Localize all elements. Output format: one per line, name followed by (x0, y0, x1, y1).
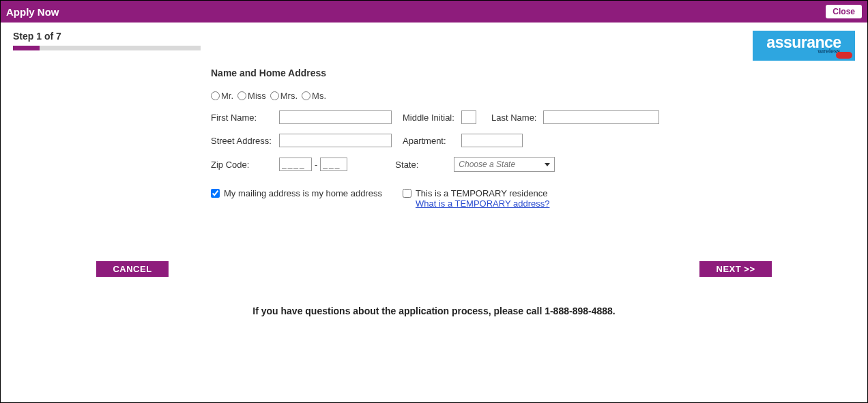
cancel-button[interactable]: CANCEL (96, 261, 169, 277)
progress-bar (13, 46, 201, 50)
titlebar: Apply Now Close (1, 1, 867, 23)
state-label: State: (395, 160, 454, 170)
radio-ms-input[interactable] (302, 91, 310, 100)
salutation-row: Mr. Miss Mrs. Ms. (211, 91, 689, 101)
radio-mr-input[interactable] (211, 91, 220, 100)
radio-mr-label: Mr. (221, 91, 233, 101)
street-label: Street Address: (211, 136, 279, 146)
zip-input-1[interactable] (279, 158, 312, 171)
close-button[interactable]: Close (826, 5, 862, 18)
step-area: Step 1 of 7 assurance wireless (13, 31, 855, 61)
section-title: Name and Home Address (211, 68, 689, 78)
zip-row: Zip Code: - State: Choose a State (211, 157, 689, 172)
radio-mrs-input[interactable] (270, 91, 279, 100)
modal-title: Apply Now (6, 6, 59, 18)
virgin-badge-icon (836, 52, 852, 59)
mailing-same-input[interactable] (211, 189, 220, 198)
checkbox-row: My mailing address is my home address Th… (211, 188, 689, 209)
mailing-same-label: My mailing address is my home address (224, 188, 382, 198)
chevron-down-icon (545, 163, 550, 166)
temporary-stack: This is a TEMPORARY residence What is a … (416, 188, 550, 209)
radio-mrs-label: Mrs. (280, 91, 298, 101)
mailing-same-checkbox[interactable]: My mailing address is my home address (211, 188, 382, 209)
middle-initial-input[interactable] (461, 110, 476, 124)
address-row: Street Address: Apartment: (211, 134, 689, 147)
zip-input-2[interactable] (320, 158, 347, 171)
apply-modal: Apply Now Close Step 1 of 7 assurance wi… (0, 0, 868, 403)
brand-logo: assurance wireless (753, 31, 855, 61)
help-text: If you have questions about the applicat… (1, 305, 867, 316)
temporary-checkbox-group: This is a TEMPORARY residence What is a … (403, 188, 550, 209)
street-input[interactable] (279, 134, 392, 147)
step-indicator: Step 1 of 7 (13, 31, 201, 50)
first-name-label: First Name: (211, 113, 279, 123)
radio-miss-input[interactable] (237, 91, 246, 100)
next-button[interactable]: NEXT >> (699, 261, 772, 277)
temporary-help-link[interactable]: What is a TEMPORARY address? (416, 198, 550, 209)
last-name-input[interactable] (543, 110, 659, 124)
step-label: Step 1 of 7 (13, 31, 201, 42)
radio-ms-label: Ms. (312, 91, 326, 101)
apartment-input[interactable] (461, 134, 523, 147)
name-row: First Name: Middle Initial: Last Name: (211, 110, 689, 124)
zip-dash: - (315, 160, 317, 170)
progress-fill (13, 46, 40, 50)
modal-content: Step 1 of 7 assurance wireless Name and … (1, 23, 867, 402)
radio-mr[interactable]: Mr. (211, 91, 233, 101)
radio-miss[interactable]: Miss (237, 91, 266, 101)
form-area: Name and Home Address Mr. Miss Mrs. Ms. … (211, 68, 689, 209)
zip-label: Zip Code: (211, 160, 279, 170)
temporary-label: This is a TEMPORARY residence (416, 188, 550, 198)
apartment-label: Apartment: (403, 136, 461, 146)
middle-initial-label: Middle Initial: (403, 113, 461, 123)
state-select-value: Choose a State (459, 160, 515, 169)
radio-mrs[interactable]: Mrs. (270, 91, 298, 101)
logo-main: assurance (766, 35, 841, 50)
radio-ms[interactable]: Ms. (302, 91, 326, 101)
last-name-label: Last Name: (491, 113, 543, 123)
button-row: CANCEL NEXT >> (1, 261, 867, 277)
first-name-input[interactable] (279, 110, 392, 124)
radio-miss-label: Miss (248, 91, 266, 101)
temporary-input[interactable] (403, 189, 411, 198)
state-select[interactable]: Choose a State (454, 157, 555, 172)
